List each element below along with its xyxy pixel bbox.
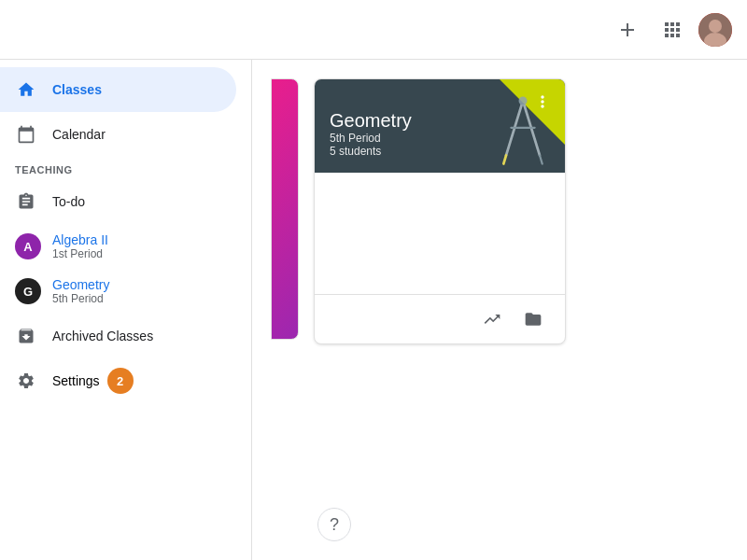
archive-icon bbox=[15, 325, 37, 347]
card-students: 5 students bbox=[330, 145, 550, 158]
avatar[interactable] bbox=[698, 13, 732, 47]
partial-card bbox=[271, 78, 299, 340]
algebra-name: Algebra II bbox=[52, 232, 108, 247]
card-subtitle: 5th Period bbox=[330, 132, 550, 145]
settings-badge: 2 bbox=[107, 368, 134, 394]
calendar-icon bbox=[15, 123, 37, 146]
sidebar-item-calendar[interactable]: Calendar bbox=[0, 112, 236, 157]
sidebar-item-classes[interactable]: Classes bbox=[0, 67, 236, 112]
sidebar: Classes Calendar Teaching To-do bbox=[0, 60, 252, 560]
main-layout: Classes Calendar Teaching To-do bbox=[0, 60, 747, 560]
todo-label: To-do bbox=[52, 194, 85, 209]
help-icon: ? bbox=[330, 515, 339, 535]
geometry-name: Geometry bbox=[52, 277, 109, 292]
header-actions bbox=[609, 11, 732, 49]
help-button[interactable]: ? bbox=[317, 508, 351, 541]
home-icon bbox=[15, 78, 37, 101]
add-icon bbox=[616, 19, 639, 41]
sidebar-item-geometry[interactable]: G Geometry 5th Period bbox=[0, 269, 236, 314]
sidebar-item-settings[interactable]: Settings 2 bbox=[0, 358, 251, 403]
teaching-section: Teaching bbox=[0, 157, 251, 179]
more-vert-icon bbox=[533, 92, 552, 111]
sidebar-item-todo[interactable]: To-do bbox=[0, 179, 236, 224]
apps-icon bbox=[661, 19, 684, 41]
geometry-info: Geometry 5th Period bbox=[52, 277, 109, 305]
settings-icon bbox=[15, 370, 37, 392]
classes-label: Classes bbox=[52, 82, 102, 97]
settings-label: Settings bbox=[52, 373, 100, 388]
trending-up-icon bbox=[483, 310, 501, 329]
content-area: Geometry 5th Period 5 students bbox=[252, 60, 747, 560]
algebra-info: Algebra II 1st Period bbox=[52, 232, 108, 260]
add-button[interactable] bbox=[609, 11, 646, 49]
apps-button[interactable] bbox=[654, 11, 691, 49]
class-card-geometry: Geometry 5th Period 5 students bbox=[314, 78, 566, 344]
geometry-avatar: G bbox=[15, 278, 41, 304]
algebra-avatar: A bbox=[15, 233, 41, 259]
todo-icon bbox=[15, 190, 37, 213]
folder-icon bbox=[524, 310, 543, 329]
class-card-header: Geometry 5th Period 5 students bbox=[315, 79, 565, 173]
svg-point-1 bbox=[709, 20, 722, 33]
card-folder-button[interactable] bbox=[516, 302, 550, 336]
class-card-footer bbox=[315, 294, 565, 343]
card-menu-button[interactable] bbox=[528, 87, 557, 117]
calendar-label: Calendar bbox=[52, 127, 106, 142]
card-stats-button[interactable] bbox=[475, 302, 509, 336]
avatar-image bbox=[698, 13, 732, 47]
sidebar-item-algebra[interactable]: A Algebra II 1st Period bbox=[0, 224, 236, 269]
geometry-period: 5th Period bbox=[52, 292, 109, 305]
sidebar-item-archived[interactable]: Archived Classes bbox=[0, 314, 236, 358]
algebra-period: 1st Period bbox=[52, 247, 108, 260]
card-title: Geometry bbox=[330, 110, 550, 132]
archived-label: Archived Classes bbox=[52, 329, 153, 343]
header bbox=[0, 0, 747, 60]
class-card-body bbox=[315, 173, 565, 294]
svg-point-5 bbox=[519, 97, 528, 105]
